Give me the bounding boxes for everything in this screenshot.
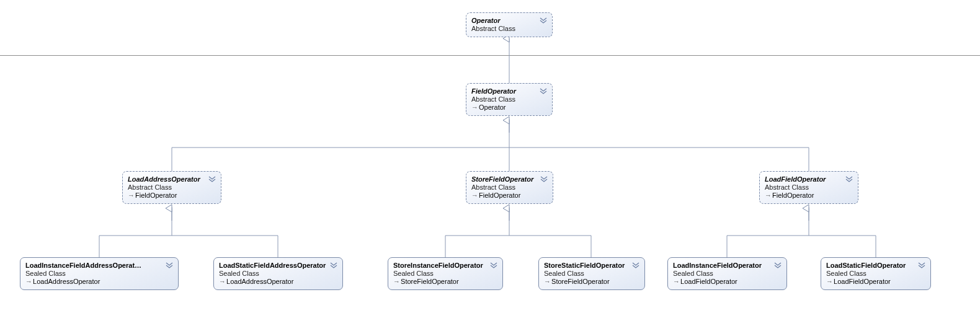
expand-icon[interactable] — [490, 262, 497, 269]
expand-icon[interactable] — [918, 262, 925, 269]
expand-icon[interactable] — [540, 17, 547, 24]
expand-icon[interactable] — [774, 262, 782, 269]
class-kind: Sealed Class — [826, 270, 925, 277]
class-kind: Sealed Class — [544, 270, 639, 277]
class-title: LoadInstanceFieldOperator — [673, 262, 782, 269]
expand-icon[interactable] — [632, 262, 639, 269]
class-node-operator[interactable]: Operator Abstract Class — [466, 12, 553, 37]
expand-icon[interactable] — [845, 175, 853, 183]
expand-icon[interactable] — [540, 175, 548, 183]
class-kind: Abstract Class — [471, 95, 547, 103]
expand-icon[interactable] — [330, 262, 337, 269]
class-kind: Abstract Class — [471, 183, 548, 191]
class-kind: Sealed Class — [219, 270, 337, 277]
class-base: FieldOperator — [471, 192, 548, 199]
class-title: StoreFieldOperator — [471, 175, 548, 183]
class-base: LoadFieldOperator — [826, 278, 925, 285]
class-node-field-operator[interactable]: FieldOperator Abstract Class Operator — [466, 83, 553, 116]
class-kind: Sealed Class — [25, 270, 173, 277]
class-node-store-instance-field-operator[interactable]: StoreInstanceFieldOperator Sealed Class … — [388, 257, 503, 290]
class-title: LoadInstanceFieldAddressOperat… — [25, 262, 173, 269]
class-node-load-field-operator[interactable]: LoadFieldOperator Abstract Class FieldOp… — [759, 171, 858, 204]
class-title: StoreInstanceFieldOperator — [393, 262, 497, 269]
class-node-store-static-field-operator[interactable]: StoreStaticFieldOperator Sealed Class St… — [538, 257, 645, 290]
class-title: LoadAddressOperator — [128, 175, 216, 183]
class-kind: Sealed Class — [673, 270, 782, 277]
class-base: FieldOperator — [765, 192, 853, 199]
class-node-load-instance-field-address-operator[interactable]: LoadInstanceFieldAddressOperat… Sealed C… — [20, 257, 179, 290]
expand-icon[interactable] — [208, 175, 216, 183]
class-title: FieldOperator — [471, 87, 547, 95]
class-base: StoreFieldOperator — [544, 278, 639, 285]
class-base: FieldOperator — [128, 192, 216, 199]
class-kind: Sealed Class — [393, 270, 497, 277]
expand-icon[interactable] — [540, 87, 547, 95]
class-base: StoreFieldOperator — [393, 278, 497, 285]
class-kind: Abstract Class — [471, 25, 547, 32]
class-title: StoreStaticFieldOperator — [544, 262, 639, 269]
class-kind: Abstract Class — [128, 183, 216, 191]
class-title: LoadStaticFieldOperator — [826, 262, 925, 269]
divider-line — [0, 55, 980, 56]
class-base: LoadAddressOperator — [25, 278, 173, 285]
class-node-load-static-field-operator[interactable]: LoadStaticFieldOperator Sealed Class Loa… — [821, 257, 931, 290]
class-title: LoadStaticFieldAddressOperator — [219, 262, 337, 269]
expand-icon[interactable] — [166, 262, 173, 269]
class-title: Operator — [471, 17, 547, 24]
class-node-load-address-operator[interactable]: LoadAddressOperator Abstract Class Field… — [122, 171, 221, 204]
class-base: LoadFieldOperator — [673, 278, 782, 285]
class-node-load-static-field-address-operator[interactable]: LoadStaticFieldAddressOperator Sealed Cl… — [213, 257, 343, 290]
class-node-store-field-operator[interactable]: StoreFieldOperator Abstract Class FieldO… — [466, 171, 553, 204]
class-kind: Abstract Class — [765, 183, 853, 191]
class-base: LoadAddressOperator — [219, 278, 337, 285]
class-title: LoadFieldOperator — [765, 175, 853, 183]
class-base: Operator — [471, 104, 547, 111]
class-node-load-instance-field-operator[interactable]: LoadInstanceFieldOperator Sealed Class L… — [667, 257, 787, 290]
